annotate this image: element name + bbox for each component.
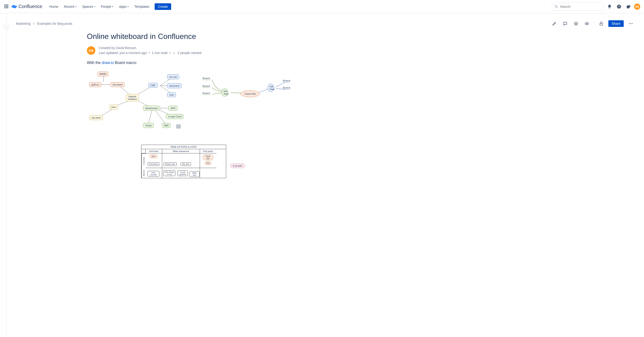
node-find-barista: Find barista <box>148 162 159 166</box>
lane-customer: Customer <box>142 154 146 168</box>
created-by: Created by David Benson <box>99 46 201 50</box>
node-aws: AWS <box>168 106 178 111</box>
svg-point-0 <box>555 5 557 7</box>
swimlane-diagram[interactable]: Perk up with a latte Feel tired Make tra… <box>141 145 226 178</box>
branch-l2: Branch <box>202 84 210 88</box>
last-updated: Last updated: just a moment ago <box>99 50 147 56</box>
intro-text: With the draw.io Board macro <box>87 61 342 65</box>
user-avatar[interactable]: DB <box>634 4 640 10</box>
page-header-row: Marketing / Examples for blog posts Shar… <box>16 13 634 29</box>
watch-icon[interactable] <box>583 20 591 28</box>
svg-text:?: ? <box>618 5 620 8</box>
node-buy-latte: Buy latte <box>180 162 191 166</box>
svg-point-8 <box>632 23 632 24</box>
edit-icon[interactable] <box>550 20 558 28</box>
breadcrumb-parent[interactable]: Examples for blog posts <box>37 22 72 26</box>
chevron-down-icon: ▾ <box>94 5 95 8</box>
star-icon[interactable] <box>572 20 580 28</box>
branch-r1: Branch <box>283 79 290 82</box>
node-central: Central Idea <box>240 90 260 97</box>
nav-home[interactable]: Home <box>47 3 60 10</box>
branch-l1: Branch <box>202 77 210 80</box>
node-infra: infrastructure <box>143 106 160 111</box>
chevron-down-icon: ▾ <box>75 5 76 8</box>
node-flowcharts: flowcharts <box>110 82 125 87</box>
restrictions-icon[interactable] <box>598 20 605 28</box>
search-field[interactable] <box>560 5 601 8</box>
nav-recent[interactable]: Recent▾ <box>62 3 79 10</box>
article: Online whiteboard in Confluence DB Creat… <box>87 29 342 178</box>
page-actions: Share <box>550 20 634 28</box>
node-usecase: use case <box>167 74 179 79</box>
nav-spaces[interactable]: Spaces▾ <box>80 3 98 10</box>
swim-title: Perk up with a latte <box>142 145 226 149</box>
node-class: class <box>167 92 176 97</box>
drawio-link[interactable]: draw.io <box>102 61 114 65</box>
viewers[interactable]: 2 people viewed <box>178 50 201 56</box>
node-ibm: IBM <box>162 123 171 128</box>
node-interaction: interaction <box>167 83 182 88</box>
node-greet: Greet customer <box>148 171 159 176</box>
lane-barista: Barista <box>142 168 146 178</box>
svg-point-6 <box>629 23 630 24</box>
confluence-icon <box>11 4 17 10</box>
phase-1: Feel tired <box>146 149 162 154</box>
diagram-templates-mindmap[interactable]: BPMN flowcharts gitflows diagram templat… <box>87 69 186 130</box>
brand-name: Confluence <box>18 4 42 9</box>
author-avatar[interactable]: DB <box>87 46 95 55</box>
node-write-details: Write details on cup <box>163 170 176 176</box>
annotation-a-second: A second? <box>230 164 245 168</box>
node-center: diagram templates <box>126 94 139 102</box>
comment-icon[interactable] <box>562 20 569 28</box>
analytics-icon <box>172 52 176 55</box>
node-gitflows: gitflows <box>89 82 101 87</box>
help-icon[interactable]: ? <box>615 3 623 10</box>
diagram-row: BPMN flowcharts gitflows diagram templat… <box>87 69 342 130</box>
nav-templates[interactable]: Templates <box>132 3 152 10</box>
node-make-latte: Make latte <box>190 171 200 177</box>
node-veeam: Veeam <box>143 123 154 128</box>
node-request-latte: Request latte <box>164 162 177 166</box>
notifications-icon[interactable] <box>606 3 613 10</box>
comment-marker-icon[interactable] <box>176 124 181 128</box>
sidebar-collapsed: › <box>0 13 6 337</box>
breadcrumb: Marketing / Examples for blog posts <box>16 22 72 26</box>
node-drink-latte: Drink latte <box>203 154 213 160</box>
node-end: End <box>205 162 211 165</box>
read-time: 1 min read <box>152 50 167 56</box>
node-subtopic-right: Sub Topic <box>268 84 274 92</box>
svg-line-1 <box>557 7 558 8</box>
byline: DB Created by David Benson Last updated:… <box>87 46 342 56</box>
nav-apps[interactable]: Apps▾ <box>116 3 131 10</box>
apps-switcher-icon[interactable] <box>4 4 10 10</box>
node-start: Start <box>150 154 158 158</box>
central-idea-mindmap[interactable]: Branch Branch Branch Sub Topic Central I… <box>198 69 297 112</box>
expand-sidebar-button[interactable]: › <box>4 24 9 29</box>
settings-icon[interactable] <box>625 3 632 10</box>
confluence-logo[interactable]: Confluence <box>11 4 42 10</box>
node-accept-payment: Accept payment <box>178 170 188 176</box>
chevron-down-icon: ▾ <box>128 5 129 8</box>
search-input[interactable] <box>552 2 604 10</box>
create-button[interactable]: Create <box>155 3 171 10</box>
node-bpmn: BPMN <box>98 72 108 76</box>
svg-point-5 <box>586 23 587 24</box>
phase-3: Feel perky <box>200 149 216 154</box>
breadcrumb-space[interactable]: Marketing <box>16 22 30 26</box>
branch-r2: Branch <box>283 86 290 90</box>
node-trees: trees <box>109 104 118 110</box>
page-title: Online whiteboard in Confluence <box>87 32 342 41</box>
more-actions-icon[interactable] <box>627 20 634 28</box>
phase-2: Make transaction <box>162 149 200 154</box>
search-icon <box>554 5 558 8</box>
node-subtopic-left: Sub Topic <box>222 88 228 96</box>
svg-point-7 <box>630 23 631 24</box>
node-uml: UML <box>148 83 158 88</box>
top-nav: Confluence Home Recent▾ Spaces▾ People▾ … <box>0 0 644 13</box>
share-button[interactable]: Share <box>608 20 624 27</box>
svg-line-21 <box>148 110 152 124</box>
svg-line-22 <box>155 110 166 124</box>
nav-people[interactable]: People▾ <box>99 3 116 10</box>
chevron-down-icon: ▾ <box>112 5 113 8</box>
node-orgcharts: org charts <box>89 115 103 120</box>
